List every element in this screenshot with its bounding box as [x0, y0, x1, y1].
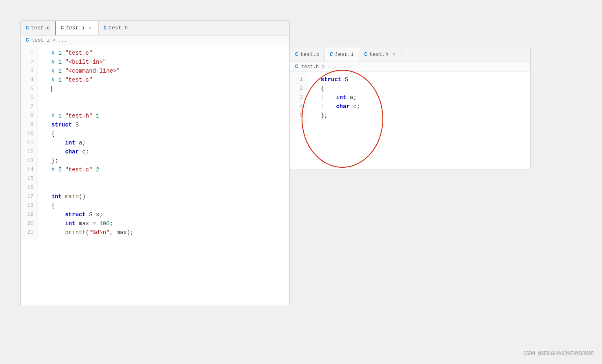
line-numbers-left: 12345 678910 1112131415 1617181920 21: [21, 45, 38, 240]
tab-label-test-h-left: test.h: [109, 25, 128, 31]
breadcrumb-left: C test.i > ...: [21, 36, 289, 45]
code-line-6: [44, 93, 289, 102]
tab-label-test-h-right: test.h: [369, 51, 389, 58]
c-icon-rtab2: C: [330, 51, 333, 58]
code-line-12: char c;: [44, 147, 289, 156]
line-numbers-right: 12345: [290, 72, 307, 123]
code-line-17: int main(): [44, 192, 289, 201]
code-content-right[interactable]: struct S { | int a; | char c; };: [307, 72, 530, 123]
code-content-left[interactable]: # 1 "test.c" # 1 "<built-in>" # 1 "<comm…: [38, 45, 289, 240]
breadcrumb-c-icon-right: C: [295, 64, 298, 70]
code-line-20: int max = 100;: [44, 219, 289, 228]
tab-test-i-right[interactable]: C test.i: [325, 47, 360, 62]
right-editor-panel: C test.c C test.i C test.h × C test.h > …: [290, 47, 531, 169]
c-icon-tab2: C: [61, 25, 64, 31]
code-line-5: [44, 84, 289, 93]
left-editor-panel: C test.c C test.i × C test.h C test.i > …: [20, 20, 290, 306]
tab-test-c-right[interactable]: C test.c: [290, 47, 325, 62]
r-code-line-5: };: [314, 111, 530, 120]
tab-test-h-right[interactable]: C test.h ×: [359, 47, 402, 62]
code-line-4: # 1 "test.c": [44, 75, 289, 84]
code-line-16: [44, 183, 289, 192]
tab-bar-right: C test.c C test.i C test.h ×: [290, 47, 530, 62]
c-icon-rtab3: C: [364, 51, 367, 58]
code-line-9: struct S: [44, 120, 289, 129]
code-line-8: # 1 "test.h" 1: [44, 111, 289, 120]
code-line-1: # 1 "test.c": [44, 49, 289, 58]
r-code-line-3: | int a;: [314, 93, 530, 102]
c-icon-tab3: C: [103, 25, 107, 31]
r-code-line-4: | char c;: [314, 102, 530, 111]
tab-label-test-c-left: test.c: [31, 25, 50, 31]
code-line-2: # 1 "<built-in>": [44, 58, 289, 67]
tab-close-test-h-right[interactable]: ×: [391, 51, 397, 58]
breadcrumb-text-right: test.h > ...: [301, 64, 336, 70]
code-line-3: # 1 "<command-line>": [44, 67, 289, 75]
tab-test-h-left[interactable]: C test.h: [98, 21, 133, 35]
code-line-15: [44, 174, 289, 183]
tab-bar-left: C test.c C test.i × C test.h: [21, 21, 289, 36]
code-area-right[interactable]: 12345 struct S { | int a; | char c; };: [290, 72, 530, 123]
tab-test-c-left[interactable]: C test.c: [21, 21, 56, 35]
code-line-21: printf("%d\n", max);: [44, 228, 289, 237]
watermark: CSDN @%E9%84%83%E9%B3%95: [523, 351, 594, 357]
tab-label-test-i-right: test.i: [335, 51, 354, 58]
tab-close-test-i-left[interactable]: ×: [87, 24, 93, 32]
code-line-7: [44, 102, 289, 111]
breadcrumb-c-icon-left: C: [26, 37, 29, 43]
code-line-14: # 5 "test.c" 2: [44, 165, 289, 174]
tab-label-test-i-left: test.i: [66, 25, 85, 31]
code-line-18: {: [44, 201, 289, 210]
tab-label-test-c-right: test.c: [300, 51, 320, 58]
code-line-11: int a;: [44, 138, 289, 147]
r-code-line-2: {: [314, 84, 530, 93]
r-code-line-1: struct S: [314, 75, 530, 84]
c-icon-rtab1: C: [295, 51, 298, 58]
breadcrumb-text-left: test.i > ...: [32, 38, 67, 43]
code-line-19: struct S s;: [44, 210, 289, 219]
breadcrumb-right: C test.h > ...: [290, 62, 530, 72]
code-line-13: };: [44, 156, 289, 165]
code-area-left[interactable]: 12345 678910 1112131415 1617181920 21 # …: [21, 45, 289, 240]
tab-test-i-left[interactable]: C test.i ×: [56, 21, 99, 35]
c-icon-tab1: C: [26, 25, 29, 31]
code-line-10: {: [44, 129, 289, 138]
